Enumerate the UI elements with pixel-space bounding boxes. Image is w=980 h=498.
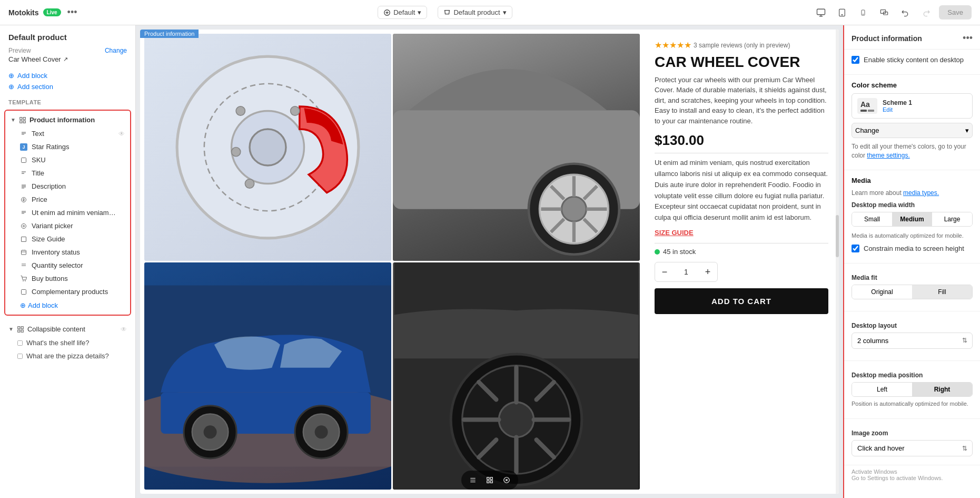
sidebar-item-buy-buttons[interactable]: Buy buttons bbox=[5, 272, 130, 285]
width-btn-group: Small Medium Large bbox=[852, 212, 973, 227]
svg-rect-71 bbox=[490, 481, 492, 483]
width-medium-button[interactable]: Medium bbox=[892, 212, 932, 226]
svg-rect-8 bbox=[20, 117, 22, 119]
sidebar-item-star-ratings[interactable]: J Star Ratings bbox=[5, 140, 130, 153]
plus-inner-icon: ⊕ bbox=[20, 301, 26, 309]
topbar: Motokits Live ••• Default ▾ Default prod… bbox=[0, 0, 980, 25]
variant-label: Variant picker bbox=[32, 222, 73, 230]
undo-icon[interactable] bbox=[897, 4, 914, 21]
sidebar-item-complementary[interactable]: Complementary products bbox=[5, 285, 130, 298]
scroll-track[interactable] bbox=[836, 30, 839, 494]
zoom-select[interactable]: Click and hover bbox=[852, 440, 973, 456]
mobile-icon[interactable] bbox=[855, 4, 872, 21]
media-title: Media bbox=[852, 177, 973, 184]
media-fit-title: Media fit bbox=[852, 274, 973, 281]
save-button[interactable]: Save bbox=[939, 5, 972, 19]
scroll-thumb[interactable] bbox=[836, 215, 839, 257]
topbar-dots[interactable]: ••• bbox=[67, 7, 77, 18]
pos-left-button[interactable]: Left bbox=[852, 383, 912, 396]
size-guide-link[interactable]: SIZE GUIDE bbox=[655, 229, 828, 237]
product-dropdown[interactable]: Default product ▾ bbox=[438, 6, 512, 19]
scheme-edit-link[interactable]: Edit bbox=[883, 106, 967, 113]
inventory-label: Inventory status bbox=[32, 248, 80, 256]
svg-point-3 bbox=[842, 14, 843, 15]
rp-dots-button[interactable]: ••• bbox=[963, 33, 973, 44]
sidebar-item-variant-picker[interactable]: Variant picker bbox=[5, 219, 130, 232]
sidebar-item-sku[interactable]: SKU bbox=[5, 153, 130, 167]
toolbar-list-icon[interactable] bbox=[466, 473, 480, 487]
add-block-top-button[interactable]: ⊕ Add block bbox=[8, 72, 127, 80]
title-label: Title bbox=[32, 169, 44, 177]
toolbar-close-icon[interactable] bbox=[499, 473, 514, 487]
collapsible-header[interactable]: ▼ Collapsible content 👁 bbox=[0, 322, 135, 336]
sidebar-item-inventory-status[interactable]: Inventory status bbox=[5, 246, 130, 259]
title-icon bbox=[20, 170, 27, 177]
desktop-icon[interactable] bbox=[813, 4, 829, 21]
redo-icon[interactable] bbox=[918, 4, 935, 21]
chevron-down-icon2: ▾ bbox=[503, 8, 507, 16]
svg-point-30 bbox=[250, 129, 286, 165]
sidebar-item-size-guide[interactable]: Size Guide bbox=[5, 232, 130, 246]
brand: Motokits Live bbox=[8, 8, 61, 17]
qty-minus-button[interactable]: − bbox=[655, 262, 674, 281]
windows-hint1: Activate Windows bbox=[852, 468, 973, 475]
eye-icon[interactable]: 👁 bbox=[118, 130, 125, 138]
pos-right-button[interactable]: Right bbox=[912, 383, 972, 396]
color-change-button[interactable]: Change ▾ bbox=[852, 123, 973, 138]
svg-rect-23 bbox=[18, 330, 20, 332]
complementary-label: Complementary products bbox=[32, 288, 108, 296]
width-small-button[interactable]: Small bbox=[852, 212, 892, 226]
sidebar-item-price[interactable]: Price bbox=[5, 193, 130, 206]
collapsible-eye-icon[interactable]: 👁 bbox=[121, 326, 127, 333]
width-large-button[interactable]: Large bbox=[932, 212, 972, 226]
media-position-section: Desktop media position Left Right Positi… bbox=[844, 361, 980, 419]
fit-fill-button[interactable]: Fill bbox=[912, 285, 972, 299]
chevron-icon: ▼ bbox=[11, 117, 16, 123]
external-link-icon: ↗ bbox=[63, 56, 68, 63]
sidebar-item-text[interactable]: Text 👁 bbox=[5, 127, 130, 140]
change-button[interactable]: Change bbox=[105, 47, 127, 54]
add-section-button[interactable]: ⊕ Add section bbox=[8, 83, 127, 91]
buy-buttons-label: Buy buttons bbox=[32, 275, 68, 282]
svg-point-31 bbox=[236, 106, 245, 115]
change-chevron: ▾ bbox=[965, 126, 969, 134]
pizza-details-item[interactable]: What are the pizza details? bbox=[0, 349, 135, 363]
svg-rect-11 bbox=[23, 121, 25, 123]
product-info-col: ★★★★★ 3 sample reviews (only in preview)… bbox=[644, 30, 839, 494]
template-dropdown[interactable]: Default ▾ bbox=[378, 6, 427, 19]
add-block-label: Add block bbox=[17, 72, 47, 80]
add-block-inner-button[interactable]: ⊕ Add block bbox=[20, 301, 125, 309]
constrain-checkbox[interactable] bbox=[852, 245, 859, 252]
constrain-row: Constrain media to screen height bbox=[852, 245, 973, 252]
layout-select[interactable]: 2 columns bbox=[852, 333, 973, 349]
product-info-label: Product information bbox=[29, 116, 95, 124]
ut-enim-label: Ut enim ad minim veniam, qui... bbox=[32, 209, 116, 217]
tablet-icon[interactable] bbox=[834, 4, 850, 21]
sidebar-item-description[interactable]: Description bbox=[5, 180, 130, 193]
svg-point-18 bbox=[23, 280, 24, 281]
qty-plus-button[interactable]: + bbox=[698, 262, 717, 281]
svg-rect-12 bbox=[22, 158, 26, 162]
fit-original-button[interactable]: Original bbox=[852, 285, 912, 299]
sidebar-item-quantity-selector[interactable]: Quantity selector bbox=[5, 259, 130, 272]
mobile-hint: Media is automatically optimized for mob… bbox=[852, 232, 973, 240]
sticky-checkbox[interactable] bbox=[852, 56, 859, 64]
star-ratings-icon: J bbox=[20, 143, 27, 151]
description-icon bbox=[20, 183, 27, 190]
svg-rect-17 bbox=[22, 250, 26, 255]
add-to-cart-button[interactable]: ADD TO CART bbox=[655, 288, 828, 314]
media-section: Media Learn more about media types. Desk… bbox=[844, 170, 980, 263]
multi-screen-icon[interactable] bbox=[876, 4, 893, 21]
product-desc: Protect your car wheels with our premium… bbox=[655, 75, 828, 126]
product-info-header[interactable]: ▼ Product information bbox=[5, 113, 130, 127]
desktop-width-title: Desktop media width bbox=[852, 201, 973, 209]
svg-point-59 bbox=[499, 402, 533, 437]
color-scheme-section: Color scheme Aa Scheme 1 Edit Change ▾ bbox=[844, 75, 980, 170]
toolbar-grid-icon[interactable] bbox=[482, 473, 497, 487]
preview-value: Car Wheel Cover ↗ bbox=[8, 55, 127, 63]
sidebar-item-title[interactable]: Title bbox=[5, 167, 130, 180]
shelf-life-item[interactable]: What's the shelf life? bbox=[0, 336, 135, 349]
media-types-link[interactable]: media types. bbox=[903, 189, 939, 197]
sidebar-item-ut-enim[interactable]: Ut enim ad minim veniam, qui... bbox=[5, 206, 130, 219]
theme-settings-link[interactable]: theme settings. bbox=[867, 152, 909, 159]
